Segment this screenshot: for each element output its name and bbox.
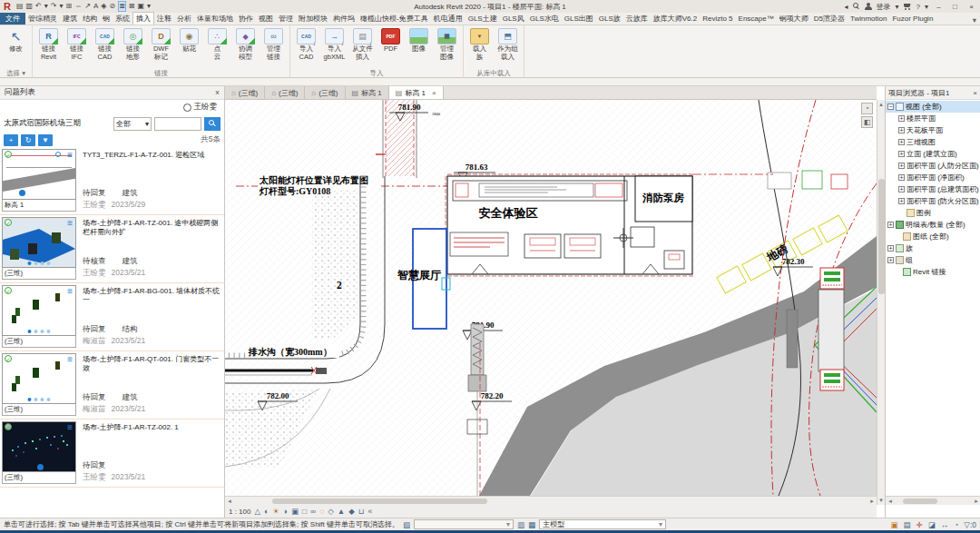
scale-button[interactable]: 1 : 100: [229, 508, 250, 516]
view-tab-plan[interactable]: ▤标高 1: [346, 86, 389, 99]
show-analytical-model-icon[interactable]: ▲: [338, 506, 345, 517]
viewbar-collapse-icon[interactable]: «: [368, 506, 372, 517]
select-elements-by-face-icon[interactable]: ◪: [928, 520, 936, 529]
load-as-group-button[interactable]: 作为组 载入: [494, 26, 522, 69]
site-box-red[interactable]: [831, 174, 848, 189]
close-hidden-windows-icon[interactable]: ⊠: [129, 2, 135, 11]
tab-yunzuku[interactable]: 云族库: [623, 13, 651, 25]
measure-icon[interactable]: ⇔: [74, 2, 82, 11]
insert-from-file-button[interactable]: 从文件 插入: [348, 26, 377, 69]
scroll-left-icon[interactable]: ◂: [886, 498, 895, 505]
app-logo-icon[interactable]: R: [4, 1, 11, 12]
browser-item-schedules[interactable]: +明细表/数量 (全部): [886, 219, 980, 231]
undo-dropdown-icon[interactable]: ▾: [44, 2, 48, 11]
tab-file[interactable]: 文件: [0, 13, 25, 25]
tab-insert[interactable]: 插入: [132, 12, 154, 25]
browser-item-groups[interactable]: +组: [886, 254, 980, 266]
project-browser-close-icon[interactable]: ×: [973, 89, 977, 97]
issue-thumbnail[interactable]: ✓ ≡: [2, 353, 76, 404]
browser-item-area-plan-fire[interactable]: +面积平面 (防火分区面): [886, 195, 980, 207]
drawing-area[interactable]: 地磅: [225, 100, 877, 496]
section-icon[interactable]: ⊘: [109, 2, 115, 11]
temporary-view-properties-icon[interactable]: ◇: [328, 506, 334, 517]
import-image-button[interactable]: 图像: [405, 26, 433, 69]
tab-collaborate[interactable]: 协作: [236, 13, 256, 25]
tab-steel[interactable]: 钢: [100, 13, 113, 25]
tab-fuzor[interactable]: Fuzor Plugin: [889, 13, 936, 25]
thin-lines-icon[interactable]: ≣: [118, 1, 126, 12]
browser-item-3d-views[interactable]: +三维视图: [886, 136, 980, 148]
minimize-button[interactable]: –: [933, 3, 945, 11]
redo-dropdown-icon[interactable]: ▾: [60, 2, 64, 11]
issues-search-input[interactable]: [154, 117, 201, 131]
tab-goujianwu[interactable]: 构件坞: [330, 13, 358, 25]
undo-icon[interactable]: ↶: [35, 2, 42, 11]
tab-revizto[interactable]: Revizto 5: [700, 13, 735, 25]
tab-structure[interactable]: 结构: [80, 13, 100, 25]
tab-annotate[interactable]: 注释: [154, 13, 174, 25]
issues-panel-close-icon[interactable]: ×: [215, 88, 220, 97]
filter-icon[interactable]: ▽:0: [964, 520, 976, 529]
gate-block-top[interactable]: [820, 268, 844, 289]
decal-button[interactable]: 贴花: [175, 26, 203, 69]
issue-card[interactable]: ✓ ≡ 标高 1 TYT3_TERZL-F1-A-TZ-001. 迎检区域 待回…: [0, 147, 224, 215]
browser-item-floor-plans[interactable]: +楼层平面: [886, 113, 980, 124]
visual-style-icon[interactable]: ◐: [264, 506, 269, 517]
tab-gls-shuidian[interactable]: GLS水电: [527, 13, 562, 25]
manage-images-button[interactable]: 管理 图像: [433, 26, 461, 69]
browser-item-revit-links[interactable]: Revit 链接: [886, 266, 980, 278]
sun-path-icon[interactable]: ☀: [272, 506, 279, 517]
dwf-markup-button[interactable]: DWF 标记: [147, 26, 175, 69]
sign-in-label[interactable]: 登录: [877, 2, 891, 12]
tab-gls-chutu[interactable]: GLS出图: [562, 13, 596, 25]
filter-issues-button[interactable]: ▼: [38, 134, 53, 146]
site-box-green[interactable]: [802, 171, 822, 189]
tab-gls-tujian[interactable]: GLS土建: [466, 13, 500, 25]
reveal-constraints-icon[interactable]: ⊔: [358, 506, 365, 517]
gate-structure[interactable]: [818, 290, 844, 371]
restore-button[interactable]: □: [949, 3, 961, 11]
expander-icon[interactable]: +: [887, 257, 894, 263]
exchange-apps-icon[interactable]: [904, 3, 912, 10]
issue-menu-icon[interactable]: ≡: [67, 422, 73, 432]
tab-view[interactable]: 视图: [256, 13, 276, 25]
design-options-select[interactable]: 主模型▾: [539, 519, 666, 529]
add-issue-button[interactable]: +: [4, 134, 18, 146]
aligned-dimension-icon[interactable]: ↗: [84, 2, 91, 11]
issue-card[interactable]: ✓ ≡ (三维) 场布-土护降-F1-AR-TZ-002. 1 待回复 王纷雯2…: [0, 419, 224, 488]
worksets-select[interactable]: ▾: [414, 519, 514, 529]
scroll-left-icon[interactable]: ◂: [225, 498, 234, 505]
tab-enscape[interactable]: Enscape™: [736, 13, 777, 25]
search-back-icon[interactable]: ◂: [845, 3, 848, 11]
scroll-right-icon[interactable]: ▸: [972, 498, 980, 505]
drag-elements-on-selection-icon[interactable]: ↔: [941, 520, 949, 529]
worksets-icon[interactable]: ▧: [403, 520, 410, 529]
link-cad-button[interactable]: 链接 CAD: [91, 26, 119, 69]
expander-icon[interactable]: +: [898, 115, 905, 122]
site-box[interactable]: [768, 173, 791, 189]
point-cloud-button[interactable]: 点 云: [203, 26, 231, 69]
tab-gls-feng[interactable]: GLS风: [500, 13, 527, 25]
issue-menu-icon[interactable]: ≡: [67, 286, 73, 296]
switch-windows-icon[interactable]: ▣: [138, 2, 145, 11]
tab-ganlanshan[interactable]: 橄榄山快模-免费工具: [358, 13, 431, 25]
browser-item-views[interactable]: −视图 (全部): [886, 101, 980, 113]
import-pdf-button[interactable]: PDF: [377, 26, 405, 69]
issue-thumbnail[interactable]: ✓ ≡: [2, 421, 76, 472]
tab-architecture[interactable]: 建筑: [60, 13, 80, 25]
navigation-bar-icon[interactable]: ◧: [861, 116, 873, 128]
help-dropdown-icon[interactable]: ▾: [925, 3, 928, 11]
background-processes-icon[interactable]: ◔: [954, 520, 958, 529]
browser-item-ceiling-plans[interactable]: +天花板平面: [886, 124, 980, 136]
issue-card[interactable]: ✓ ≡ (三维) 场布-土护降-F1-AR-QT-001. 门窗类型不一致 待回…: [0, 351, 224, 419]
browser-item-area-plan-gross[interactable]: +面积平面 (总建筑面积): [886, 183, 980, 195]
issue-menu-icon[interactable]: ≡: [67, 354, 73, 364]
expander-icon[interactable]: +: [887, 245, 894, 252]
reveal-hidden-elements-icon[interactable]: ◌: [319, 506, 324, 517]
view-tab-3d[interactable]: ⌂(三维): [225, 86, 265, 99]
customize-qat-icon[interactable]: ▾: [147, 2, 151, 11]
browser-item-sheets[interactable]: 图纸 (全部): [886, 231, 980, 242]
select-pinned-elements-icon[interactable]: ✛: [916, 520, 923, 529]
tab-gls-zu[interactable]: GLS族: [596, 13, 623, 25]
crop-view-icon[interactable]: ▣: [291, 506, 299, 517]
